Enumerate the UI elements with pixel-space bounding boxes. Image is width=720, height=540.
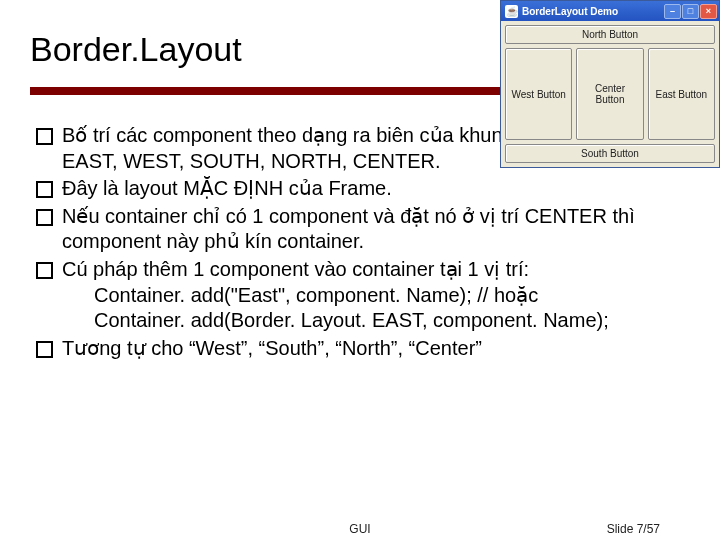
maximize-button[interactable]: □ — [682, 4, 699, 19]
close-button[interactable]: × — [700, 4, 717, 19]
footer-center: GUI — [349, 522, 370, 536]
list-item: Tương tự cho “West”, “South”, “North”, “… — [30, 336, 690, 362]
java-icon: ☕ — [505, 5, 518, 18]
window-client-area: North Button West Button Center Button E… — [501, 21, 719, 167]
window-titlebar[interactable]: ☕ BorderLayout Demo – □ × — [501, 1, 719, 21]
list-item: Cú pháp thêm 1 component vào container t… — [30, 257, 690, 334]
north-button[interactable]: North Button — [505, 25, 715, 44]
footer-right: Slide 7/57 — [607, 522, 660, 536]
south-button[interactable]: South Button — [505, 144, 715, 163]
java-demo-window: ☕ BorderLayout Demo – □ × North Button W… — [500, 0, 720, 168]
title-rule — [30, 87, 500, 95]
minimize-button[interactable]: – — [664, 4, 681, 19]
center-button[interactable]: Center Button — [576, 48, 643, 140]
east-button[interactable]: East Button — [648, 48, 715, 140]
window-title: BorderLayout Demo — [522, 6, 664, 17]
list-item: Nếu container chỉ có 1 component và đặt … — [30, 204, 690, 255]
west-button[interactable]: West Button — [505, 48, 572, 140]
list-item: Đây là layout MẶC ĐỊNH của Frame. — [30, 176, 690, 202]
list-item-text: Cú pháp thêm 1 component vào container t… — [62, 258, 529, 280]
code-line: Container. add("East", component. Name);… — [62, 283, 690, 309]
code-line: Container. add(Border. Layout. EAST, com… — [62, 308, 690, 334]
